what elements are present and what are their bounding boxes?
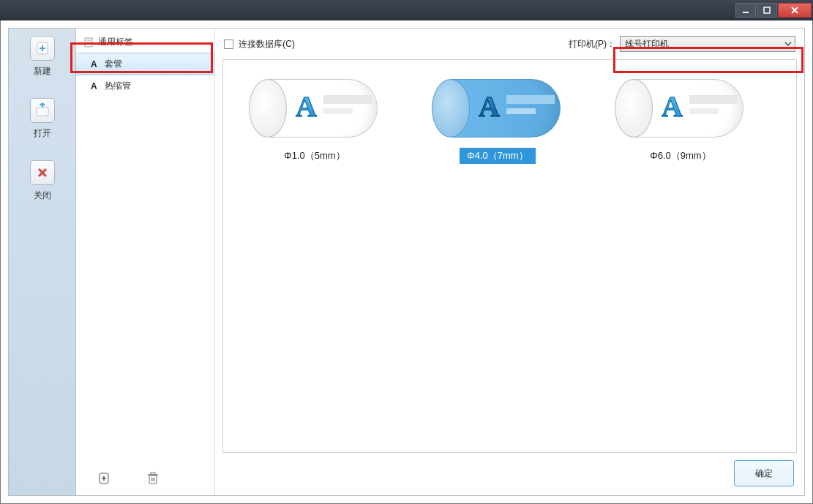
- category-header[interactable]: 通用标签: [76, 34, 214, 53]
- svg-rect-5: [37, 108, 48, 116]
- new-button[interactable]: 新建: [30, 36, 55, 78]
- top-row: 连接数据库(C) 打印机(P)： 线号打印机: [215, 29, 804, 56]
- minimize-button[interactable]: [735, 3, 756, 18]
- open-button-label: 打开: [34, 127, 51, 140]
- template-caption: Φ4.0（7mm）: [460, 148, 535, 164]
- letter-a-icon: A: [91, 81, 97, 91]
- open-folder-icon: [34, 103, 50, 118]
- template-caption: Φ6.0（9mm）: [642, 148, 718, 164]
- svg-rect-1: [764, 7, 770, 13]
- printer-field: 打印机(P)： 线号打印机: [569, 36, 795, 52]
- category-item-heatshrink[interactable]: A 热缩管: [76, 75, 214, 97]
- document-icon: [83, 37, 94, 48]
- plus-page-icon: [35, 41, 50, 56]
- checkbox-icon: [224, 40, 233, 49]
- template-grid: A Φ1.0（5mm） A Φ4.0（7mm） A Φ: [222, 59, 797, 453]
- titlebar: [0, 0, 813, 20]
- tube-roll-icon: A: [241, 73, 388, 143]
- ok-button-label: 确定: [755, 467, 773, 480]
- category-footer: [76, 462, 214, 495]
- category-item-label: 热缩管: [105, 80, 131, 92]
- ok-button[interactable]: 确定: [734, 460, 794, 486]
- sidebar: 新建 打开 关闭: [9, 29, 76, 495]
- template-item-2[interactable]: A Φ4.0（7mm）: [421, 73, 574, 439]
- client-area: 新建 打开 关闭: [0, 20, 813, 504]
- delete-category-button[interactable]: [145, 470, 161, 486]
- printer-label: 打印机(P)：: [569, 38, 615, 50]
- connect-db-checkbox[interactable]: 连接数据库(C): [224, 38, 295, 50]
- template-item-3[interactable]: A Φ6.0（9mm）: [604, 73, 757, 439]
- main-area: 连接数据库(C) 打印机(P)： 线号打印机: [215, 29, 804, 495]
- close-tab-label: 关闭: [34, 189, 51, 202]
- svg-rect-17: [151, 473, 155, 475]
- letter-a-icon: A: [91, 59, 97, 69]
- category-item-sleeve[interactable]: A 套管: [76, 53, 214, 75]
- category-column: 通用标签 A 套管 A 热缩管: [76, 29, 215, 495]
- close-tab-button[interactable]: 关闭: [30, 160, 55, 202]
- chevron-down-icon: [784, 42, 792, 46]
- category-header-label: 通用标签: [98, 36, 133, 48]
- open-button[interactable]: 打开: [30, 98, 55, 140]
- new-label-dialog: 新建 打开 关闭: [8, 28, 805, 496]
- x-icon: [37, 167, 48, 178]
- printer-combo[interactable]: 线号打印机: [620, 36, 795, 52]
- new-button-label: 新建: [34, 65, 51, 78]
- add-page-icon: [98, 472, 111, 485]
- close-button[interactable]: [778, 3, 812, 18]
- category-tree: 通用标签 A 套管 A 热缩管: [76, 29, 214, 462]
- connect-db-label: 连接数据库(C): [239, 39, 295, 49]
- category-item-label: 套管: [105, 58, 122, 70]
- template-item-1[interactable]: A Φ1.0（5mm）: [238, 73, 391, 439]
- dialog-footer: 确定: [215, 453, 804, 495]
- tube-roll-icon: A: [607, 73, 754, 143]
- tube-roll-icon: A: [424, 73, 571, 143]
- trash-icon: [147, 472, 159, 485]
- template-caption: Φ1.0（5mm）: [277, 148, 352, 164]
- maximize-button[interactable]: [757, 3, 777, 18]
- printer-combo-value: 线号打印机: [625, 38, 669, 50]
- add-category-button[interactable]: [97, 470, 113, 486]
